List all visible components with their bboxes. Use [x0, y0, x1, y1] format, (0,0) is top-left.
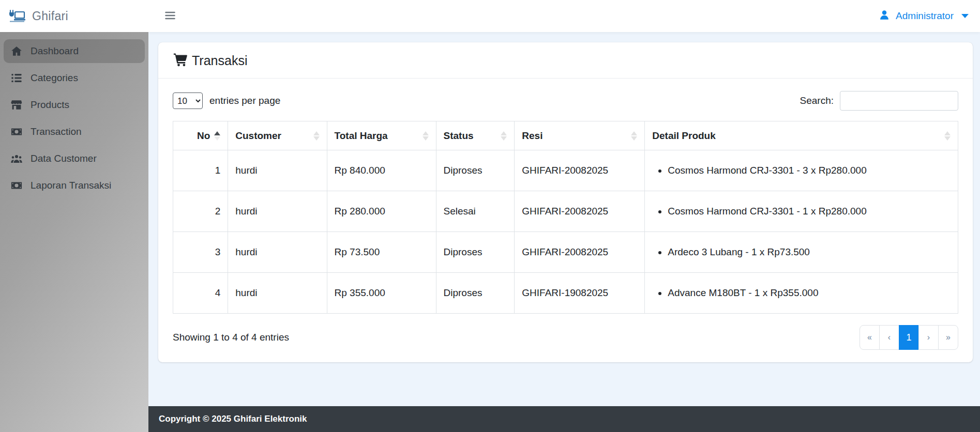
cell-customer: hurdi [228, 232, 327, 273]
column-header-no[interactable]: No [173, 121, 228, 150]
cell-detail-produk: Advance M180BT - 1 x Rp355.000 [645, 273, 958, 314]
sidebar-item-products[interactable]: Products [4, 93, 145, 117]
transactions-table-wrap: No Customer Total Harga [173, 121, 958, 314]
brand-logo-icon [8, 9, 26, 23]
store-icon [10, 99, 23, 111]
sidebar-item-label: Categories [31, 72, 78, 84]
cell-status: Diproses [436, 150, 515, 191]
money-bill-icon [10, 180, 23, 191]
user-menu[interactable]: Administrator [879, 9, 969, 23]
sort-icon [418, 131, 429, 141]
table-footer: Showing 1 to 4 of 4 entries « ‹ 1 › » [173, 325, 958, 350]
column-header-status[interactable]: Status [436, 121, 515, 150]
table-controls: 10 entries per page Search: [173, 91, 958, 111]
sidebar-nav: Dashboard Categories Products [0, 32, 148, 197]
sort-icon [940, 131, 951, 141]
list-icon [10, 72, 23, 84]
cell-customer: hurdi [228, 150, 327, 191]
cell-customer: hurdi [228, 191, 327, 232]
table-header-row: No Customer Total Harga [173, 121, 958, 150]
cell-total-harga: Rp 73.500 [327, 232, 436, 273]
entries-per-page-select[interactable]: 10 [173, 92, 203, 109]
copyright-text: Copyright © 2025 Ghifari Elektronik [159, 414, 307, 424]
sort-icon [496, 131, 507, 141]
cell-resi: GHIFARI-19082025 [515, 273, 645, 314]
pagination-next-button[interactable]: › [918, 325, 939, 350]
money-bill-icon [10, 126, 23, 137]
topbar: Administrator [148, 0, 980, 32]
column-header-detail-produk[interactable]: Detail Produk [645, 121, 958, 150]
transactions-table: No Customer Total Harga [173, 121, 958, 314]
sort-icon [627, 131, 637, 141]
footer: Copyright © 2025 Ghifari Elektronik [148, 406, 980, 432]
per-page-control: 10 entries per page [173, 92, 280, 109]
sidebar-item-transaction[interactable]: Transaction [4, 120, 145, 144]
sidebar-item-label: Transaction [31, 126, 82, 137]
brand[interactable]: Ghifari [0, 0, 148, 32]
cell-total-harga: Rp 840.000 [327, 150, 436, 191]
cell-resi: GHIFARI-20082025 [515, 232, 645, 273]
table-row: 3 hurdi Rp 73.500 Diproses GHIFARI-20082… [173, 232, 958, 273]
card-header: Transaksi [158, 42, 973, 79]
person-icon [879, 9, 890, 23]
home-icon [10, 45, 23, 57]
sidebar-item-laporan-transaksi[interactable]: Laporan Transaksi [4, 174, 145, 197]
brand-name: Ghifari [32, 9, 68, 23]
pagination-page-1-button[interactable]: 1 [899, 325, 919, 350]
cell-customer: hurdi [228, 273, 327, 314]
cell-detail-produk: Cosmos Harmond CRJ-3301 - 3 x Rp280.000 [645, 150, 958, 191]
cell-no: 2 [173, 191, 228, 232]
main-content: Transaksi 10 entries per page Search: [148, 32, 980, 406]
column-header-total-harga[interactable]: Total Harga [327, 121, 436, 150]
sort-icon [214, 131, 220, 141]
sidebar-item-categories[interactable]: Categories [4, 66, 145, 90]
search-control: Search: [800, 91, 958, 111]
table-row: 1 hurdi Rp 840.000 Diproses GHIFARI-2008… [173, 150, 958, 191]
pagination-prev-button[interactable]: ‹ [879, 325, 899, 350]
cell-status: Selesai [436, 191, 515, 232]
search-input[interactable] [840, 91, 958, 111]
sidebar-item-label: Data Customer [31, 153, 97, 164]
column-header-resi[interactable]: Resi [515, 121, 645, 150]
cell-total-harga: Rp 355.000 [327, 273, 436, 314]
users-icon [10, 153, 23, 164]
user-name: Administrator [896, 10, 954, 22]
per-page-label: entries per page [209, 95, 280, 106]
card-body: 10 entries per page Search: [158, 79, 973, 362]
cell-detail-produk: Ardeco 3 Lubang - 1 x Rp73.500 [645, 232, 958, 273]
sidebar-item-label: Laporan Transaksi [31, 180, 111, 191]
sidebar-item-label: Dashboard [31, 45, 79, 57]
cell-no: 3 [173, 232, 228, 273]
cell-resi: GHIFARI-20082025 [515, 150, 645, 191]
cell-total-harga: Rp 280.000 [327, 191, 436, 232]
hamburger-icon [164, 9, 176, 23]
cell-resi: GHIFARI-20082025 [515, 191, 645, 232]
cell-status: Diproses [436, 232, 515, 273]
cell-detail-produk: Cosmos Harmond CRJ-3301 - 1 x Rp280.000 [645, 191, 958, 232]
cell-status: Diproses [436, 273, 515, 314]
entries-info: Showing 1 to 4 of 4 entries [173, 332, 289, 343]
caret-down-icon [961, 14, 969, 18]
table-row: 4 hurdi Rp 355.000 Diproses GHIFARI-1908… [173, 273, 958, 314]
transaksi-card: Transaksi 10 entries per page Search: [158, 42, 973, 362]
page-title: Transaksi [192, 53, 247, 68]
sidebar-item-label: Products [31, 99, 69, 111]
shopping-cart-icon [173, 53, 188, 69]
column-header-customer[interactable]: Customer [228, 121, 327, 150]
pagination-first-button[interactable]: « [860, 325, 880, 350]
sidebar-item-data-customer[interactable]: Data Customer [4, 147, 145, 171]
pagination-last-button[interactable]: » [938, 325, 958, 350]
sidebar-toggle-button[interactable] [164, 9, 176, 23]
cell-no: 1 [173, 150, 228, 191]
sort-icon [309, 131, 320, 141]
sidebar-item-dashboard[interactable]: Dashboard [4, 39, 145, 63]
table-row: 2 hurdi Rp 280.000 Selesai GHIFARI-20082… [173, 191, 958, 232]
pagination: « ‹ 1 › » [860, 325, 958, 350]
cell-no: 4 [173, 273, 228, 314]
search-label: Search: [800, 95, 834, 106]
sidebar: Ghifari Dashboard Categories [0, 0, 148, 432]
